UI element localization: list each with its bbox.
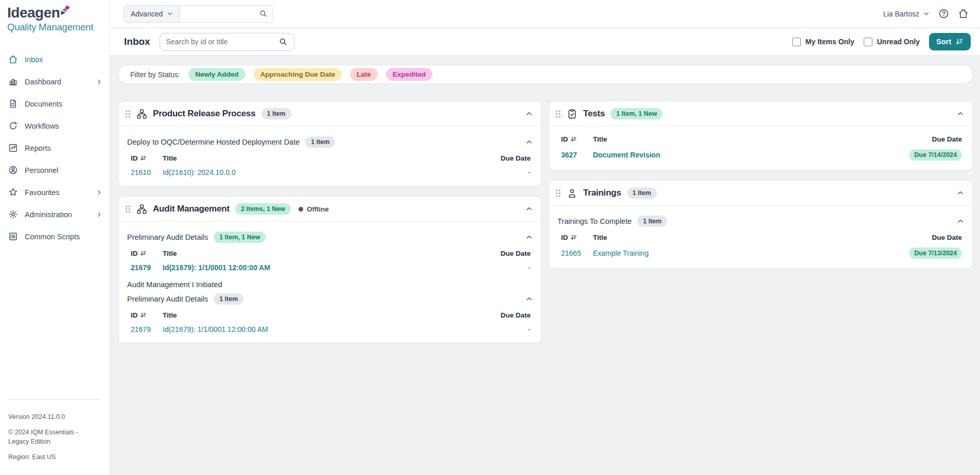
copyright: © 2024 IQM Essentials - Legacy Edition bbox=[8, 428, 85, 446]
drag-handle-icon[interactable] bbox=[125, 110, 131, 118]
chevron-up-icon[interactable] bbox=[526, 138, 533, 146]
my-items-only-checkbox[interactable]: My Items Only bbox=[792, 38, 854, 46]
chevron-up-icon[interactable] bbox=[957, 218, 964, 225]
inbox-header: Inbox My Items Only Unread Only Sort bbox=[110, 28, 980, 56]
chevron-up-icon[interactable] bbox=[957, 110, 964, 117]
sidebar-item-personnel[interactable]: Personnel bbox=[0, 159, 110, 181]
brand-name: Ideagen bbox=[7, 6, 60, 20]
unread-only-checkbox[interactable]: Unread Only bbox=[864, 38, 920, 46]
sidebar-item-label: Personnel bbox=[25, 166, 58, 174]
page-title: Inbox bbox=[124, 36, 150, 47]
sidebar-item-label: Inbox bbox=[25, 56, 43, 64]
filter-label: Filter by Status: bbox=[130, 71, 180, 79]
search-icon[interactable] bbox=[278, 37, 288, 46]
item-count-badge: 1 Item, 1 New bbox=[610, 108, 662, 119]
chevron-right-icon bbox=[96, 79, 102, 85]
app-version: Version 2024.11.0.0 bbox=[8, 412, 101, 421]
items-table: ID Title Due Date 3627 Document Revision… bbox=[557, 135, 964, 161]
sidebar-item-dashboard[interactable]: Dashboard bbox=[0, 71, 110, 93]
item-count-badge: 1 Item bbox=[261, 108, 291, 119]
user-name: Lia Bartosz bbox=[883, 10, 919, 18]
chevron-down-icon bbox=[167, 11, 173, 17]
chevron-up-icon[interactable] bbox=[526, 234, 533, 241]
clipboard-check-icon bbox=[567, 109, 577, 119]
footer-divider bbox=[8, 399, 100, 400]
offline-label: Offline bbox=[307, 205, 329, 213]
drag-handle-icon[interactable] bbox=[555, 189, 561, 198]
due-date-badge: Due 7/14/2024 bbox=[909, 149, 962, 161]
user-menu[interactable]: Lia Bartosz bbox=[883, 10, 930, 18]
search-icon[interactable] bbox=[259, 9, 268, 18]
app-logo: Ideagen Quality Management bbox=[0, 0, 110, 33]
items-table: ID Title Due Date 21679 Id(21679): 1/1/0… bbox=[127, 311, 533, 333]
sidebar-item-favourites[interactable]: Favourites bbox=[0, 181, 110, 203]
group-title: Preliminary Audit Details bbox=[127, 233, 208, 241]
sidebar-item-administration[interactable]: Administration bbox=[0, 203, 110, 225]
item-count-badge: 1 Item bbox=[305, 136, 335, 148]
filter-pill-expedited[interactable]: Expedited bbox=[386, 68, 433, 81]
home-icon bbox=[8, 55, 18, 64]
chevron-up-icon[interactable] bbox=[526, 205, 533, 213]
sort-icon bbox=[140, 155, 147, 162]
item-title-link[interactable]: Example Training bbox=[593, 249, 909, 257]
person-circle-icon bbox=[8, 165, 18, 175]
checkbox-label: Unread Only bbox=[877, 38, 920, 46]
sidebar-item-workflows[interactable]: Workflows bbox=[0, 115, 110, 137]
region-label: Region: East US bbox=[8, 452, 101, 462]
list-icon bbox=[8, 232, 18, 241]
filter-pill-approaching-due-date[interactable]: Approaching Due Date bbox=[254, 68, 342, 81]
section-title: Audit Management I Initiated bbox=[127, 280, 533, 289]
drag-handle-icon[interactable] bbox=[125, 205, 131, 214]
column-header-title: Title bbox=[593, 234, 909, 241]
chevron-up-icon[interactable] bbox=[526, 110, 533, 117]
sidebar-item-inbox[interactable]: Inbox bbox=[0, 48, 110, 71]
column-header-id[interactable]: ID bbox=[561, 135, 593, 143]
sort-button[interactable]: Sort bbox=[929, 33, 971, 50]
brand-product: Quality Management bbox=[7, 22, 102, 33]
card-product-release-process: Product Release Process 1 Item Deploy to… bbox=[118, 101, 541, 186]
group-title: Deploy to OQC/Determine Hosted Deploymen… bbox=[127, 138, 300, 146]
star-icon bbox=[8, 187, 18, 197]
filter-pill-newly-added[interactable]: Newly Added bbox=[188, 68, 245, 81]
checkbox[interactable] bbox=[792, 38, 801, 46]
item-title-link[interactable]: Id(21679): 1/1/0001 12:00:00 AM bbox=[163, 325, 500, 333]
sidebar-item-reports[interactable]: Reports bbox=[0, 137, 110, 159]
item-title-link[interactable]: Document Revision bbox=[593, 151, 909, 159]
column-header-title: Title bbox=[163, 311, 500, 319]
global-search-input[interactable] bbox=[185, 10, 259, 18]
item-title-link[interactable]: Id(21679): 1/1/0001 12:00:00 AM bbox=[163, 263, 500, 272]
column-header-due-date: Due Date bbox=[500, 154, 531, 162]
inbox-search-input[interactable] bbox=[166, 38, 278, 46]
sort-icon bbox=[955, 38, 964, 46]
drag-handle-icon[interactable] bbox=[555, 110, 561, 118]
column-header-id[interactable]: ID bbox=[131, 311, 163, 319]
item-id-link[interactable]: 21679 bbox=[131, 325, 163, 333]
filter-pill-late[interactable]: Late bbox=[350, 68, 378, 81]
chevron-up-icon[interactable] bbox=[526, 295, 533, 303]
column-header-id[interactable]: ID bbox=[561, 234, 593, 241]
item-id-link[interactable]: 21665 bbox=[561, 249, 593, 257]
item-id-link[interactable]: 21679 bbox=[131, 263, 163, 272]
group-title: Preliminary Audit Details bbox=[127, 295, 208, 303]
card-title: Trainings bbox=[583, 188, 621, 198]
advanced-search-dropdown[interactable]: Advanced bbox=[124, 5, 180, 23]
chevron-up-icon[interactable] bbox=[957, 189, 964, 197]
sort-label: Sort bbox=[936, 38, 951, 46]
checkbox[interactable] bbox=[864, 38, 872, 46]
sidebar-item-common-scripts[interactable]: Common Scripts bbox=[0, 225, 110, 248]
item-id-link[interactable]: 3627 bbox=[561, 151, 593, 159]
advanced-label: Advanced bbox=[131, 10, 163, 18]
help-icon[interactable] bbox=[938, 8, 949, 19]
sidebar-item-documents[interactable]: Documents bbox=[0, 93, 110, 115]
column-header-due-date: Due Date bbox=[909, 234, 962, 241]
item-due-date: - bbox=[500, 325, 531, 333]
column-header-title: Title bbox=[163, 250, 500, 257]
column-header-id[interactable]: ID bbox=[131, 250, 163, 257]
column-header-title: Title bbox=[593, 135, 909, 143]
sort-icon bbox=[570, 234, 577, 241]
home-icon[interactable] bbox=[958, 8, 969, 19]
item-title-link[interactable]: Id(21610): 2024.10.0.0 bbox=[163, 168, 500, 177]
column-header-id[interactable]: ID bbox=[131, 154, 163, 162]
topbar: Advanced Lia Bartosz bbox=[110, 0, 980, 28]
item-id-link[interactable]: 21610 bbox=[131, 168, 163, 177]
